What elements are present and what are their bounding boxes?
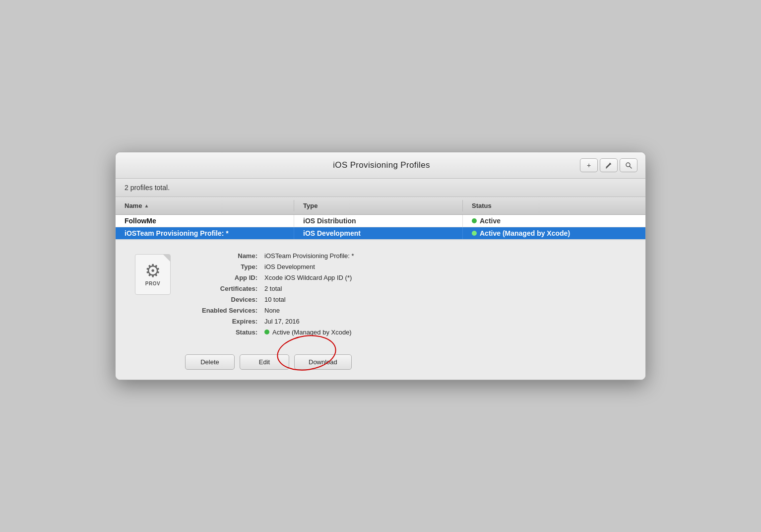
status-dot-icon <box>472 231 477 236</box>
delete-button[interactable]: Delete <box>185 354 235 370</box>
gear-icon: ⚙ <box>145 262 161 280</box>
row1-type: iOS Distribution <box>294 215 463 227</box>
detail-row-name: Name: iOSTeam Provisioning Profile: * <box>185 252 631 260</box>
row2-name: iOSTeam Provisioning Profile: * <box>116 227 294 239</box>
edit-icon <box>605 162 612 169</box>
download-button[interactable]: Download <box>294 354 352 370</box>
profiles-count: 2 profiles total. <box>116 179 645 197</box>
action-buttons: Delete Edit Download <box>130 349 631 370</box>
search-button[interactable] <box>620 158 637 172</box>
row1-status: Active <box>463 215 645 227</box>
edit-toolbar-button[interactable] <box>600 158 618 172</box>
column-header-name[interactable]: Name ▲ <box>116 200 294 211</box>
prov-icon-container: ⚙ PROV <box>130 252 175 340</box>
edit-button[interactable]: Edit <box>240 354 289 370</box>
prov-icon-image: ⚙ PROV <box>135 254 171 295</box>
detail-row-certs: Certificates: 2 total <box>185 285 631 292</box>
detail-row-services: Enabled Services: None <box>185 307 631 314</box>
search-icon <box>625 162 632 169</box>
detail-status-value: Active (Managed by Xcode) <box>264 329 352 336</box>
title-bar: iOS Provisioning Profiles + <box>116 152 645 179</box>
table-row[interactable]: FollowMe iOS Distribution Active <box>116 215 645 227</box>
window-title: iOS Provisioning Profiles <box>183 160 580 170</box>
toolbar-buttons: + <box>580 158 637 172</box>
main-window: iOS Provisioning Profiles + 2 profiles t… <box>115 152 646 381</box>
detail-panel: ⚙ PROV Name: iOSTeam Provisioning Profil… <box>116 240 645 380</box>
add-button[interactable]: + <box>580 158 598 172</box>
detail-status-dot-icon <box>264 330 269 334</box>
row1-name: FollowMe <box>116 215 294 227</box>
column-header-type[interactable]: Type <box>294 200 463 211</box>
detail-row-status: Status: Active (Managed by Xcode) <box>185 329 631 336</box>
sort-arrow-icon: ▲ <box>144 203 149 208</box>
row2-type: iOS Development <box>294 227 463 239</box>
prov-icon-fold <box>163 255 170 262</box>
column-header-status[interactable]: Status <box>463 200 645 211</box>
detail-row-expires: Expires: Jul 17, 2016 <box>185 318 631 325</box>
detail-row-devices: Devices: 10 total <box>185 296 631 303</box>
svg-line-2 <box>630 166 632 168</box>
detail-content: ⚙ PROV Name: iOSTeam Provisioning Profil… <box>130 252 631 340</box>
detail-row-type: Type: iOS Development <box>185 263 631 270</box>
row2-status: Active (Managed by Xcode) <box>463 227 645 239</box>
detail-row-appid: App ID: Xcode iOS Wildcard App ID (*) <box>185 274 631 281</box>
table-header: Name ▲ Type Status <box>116 197 645 215</box>
table-row[interactable]: iOSTeam Provisioning Profile: * iOS Deve… <box>116 227 645 240</box>
status-dot-icon <box>472 218 477 223</box>
detail-fields: Name: iOSTeam Provisioning Profile: * Ty… <box>185 252 631 340</box>
